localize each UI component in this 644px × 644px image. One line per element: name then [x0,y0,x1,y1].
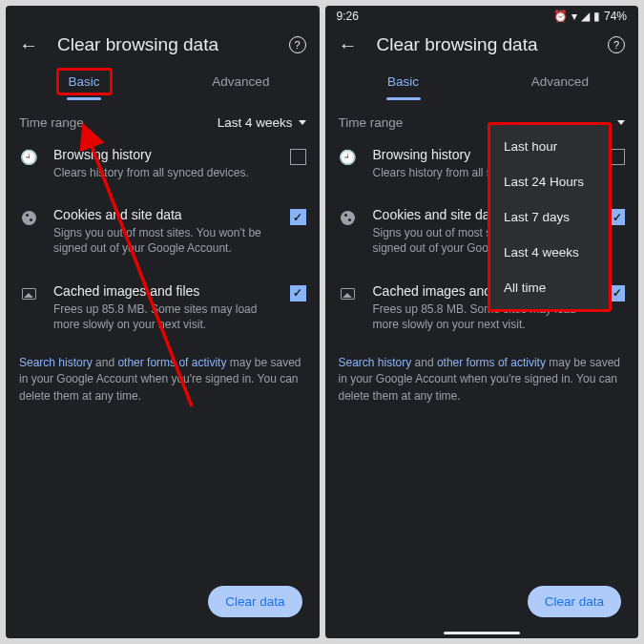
option-last-hour[interactable]: Last hour [490,129,609,164]
screenshot-left: ← Clear browsing data ? Basic Advanced T… [6,6,320,638]
help-icon[interactable]: ? [608,36,625,53]
time-range-label: Time range [339,115,404,130]
app-header: ← Clear browsing data ? [325,27,639,65]
time-range-label: Time range [19,115,84,130]
checkbox-cache[interactable]: ✓ [290,285,306,301]
chevron-down-icon [299,120,306,125]
page-title: Clear browsing data [57,34,270,55]
tab-advanced[interactable]: Advanced [162,65,319,100]
cookie-icon [339,208,358,227]
back-icon[interactable]: ← [339,35,358,54]
link-other-activity[interactable]: other forms of activity [117,356,226,369]
time-range-row[interactable]: Time range Last 4 weeks [6,100,320,134]
item-cache[interactable]: Cached images and filesFrees up 85.8 MB.… [6,270,320,345]
clock-icon: 🕘 [339,148,358,167]
clear-data-button[interactable]: Clear data [208,586,301,617]
battery-icon: ▮ [593,10,600,23]
alarm-icon: ⏰ [553,10,568,23]
item-history[interactable]: 🕘 Browsing historyClears history from al… [6,134,320,194]
page-title: Clear browsing data [377,34,590,55]
option-all-time[interactable]: All time [490,270,609,305]
gesture-bar [444,632,520,634]
link-search-history[interactable]: Search history [19,356,93,369]
tabs: Basic Advanced [325,65,639,100]
signal-icon: ◢ [581,10,590,23]
image-icon [19,284,38,303]
cookie-icon [19,208,38,227]
tab-advanced[interactable]: Advanced [482,65,638,100]
chevron-down-icon [617,120,625,125]
tab-basic[interactable]: Basic [6,65,162,100]
status-bar [6,6,320,27]
option-last-24-hours[interactable]: Last 24 Hours [490,164,609,199]
option-last-4-weeks[interactable]: Last 4 weeks [490,235,609,270]
screenshot-right: 9:26 ⏰▾◢▮74% ← Clear browsing data ? Bas… [325,6,639,638]
status-bar: 9:26 ⏰▾◢▮74% [325,6,639,27]
clear-data-button[interactable]: Clear data [528,586,621,617]
clock-icon: 🕘 [19,148,38,167]
footer-note: Search history and other forms of activi… [325,345,639,414]
time-range-dropdown: Last hour Last 24 Hours Last 7 days Last… [488,122,612,312]
link-other-activity[interactable]: other forms of activity [437,356,546,369]
tabs: Basic Advanced [6,65,320,100]
help-icon[interactable]: ? [289,36,306,53]
link-search-history[interactable]: Search history [339,356,412,369]
back-icon[interactable]: ← [19,35,38,54]
tab-basic[interactable]: Basic [325,65,482,100]
checkbox-history[interactable] [290,149,306,165]
app-header: ← Clear browsing data ? [6,27,320,65]
status-icons: ⏰▾◢▮74% [553,10,627,23]
wifi-icon: ▾ [571,10,577,23]
status-time: 9:26 [337,10,359,23]
footer-note: Search history and other forms of activi… [6,345,320,414]
time-range-value[interactable]: Last 4 weeks [218,115,306,130]
item-cookies[interactable]: Cookies and site dataSigns you out of mo… [6,194,320,269]
option-last-7-days[interactable]: Last 7 days [490,199,609,235]
checkbox-cookies[interactable]: ✓ [290,209,306,225]
image-icon [339,284,358,303]
